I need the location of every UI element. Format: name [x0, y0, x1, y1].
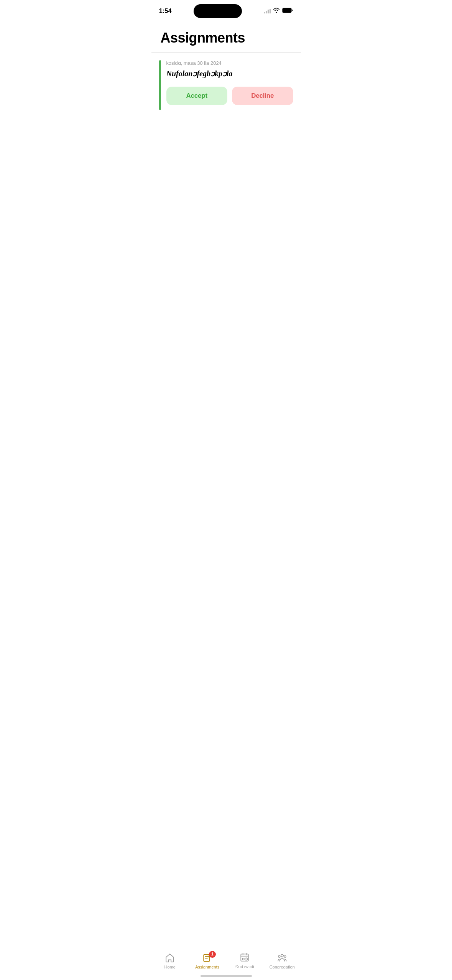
card-date: kɔsidɑ, masa 30 lia 2024 [166, 60, 293, 66]
card-indicator [159, 60, 161, 110]
card-title: Nufolanɔfegbɔkpɔla [166, 69, 293, 78]
svg-rect-5 [283, 9, 290, 12]
svg-rect-3 [270, 9, 271, 13]
status-bar: 1:54 [151, 0, 301, 21]
decline-button[interactable]: Decline [232, 87, 293, 105]
battery-icon [282, 8, 293, 15]
status-time: 1:54 [159, 7, 172, 15]
assignment-card: kɔsidɑ, masa 30 lia 2024 Nufolanɔfegbɔkp… [159, 60, 293, 110]
card-actions: Accept Decline [166, 87, 293, 105]
signal-icon [264, 9, 271, 13]
wifi-icon [273, 8, 280, 15]
main-content: kɔsidɑ, masa 30 lia 2024 Nufolanɔfegbɔkp… [151, 53, 301, 118]
status-icons [264, 8, 293, 15]
accept-button[interactable]: Accept [166, 87, 228, 105]
page-title: Assignments [151, 21, 301, 52]
svg-rect-0 [264, 12, 265, 13]
dynamic-island [194, 4, 242, 18]
svg-rect-1 [266, 11, 267, 13]
card-body: kɔsidɑ, masa 30 lia 2024 Nufolanɔfegbɔkp… [166, 60, 293, 110]
svg-rect-2 [268, 10, 269, 13]
